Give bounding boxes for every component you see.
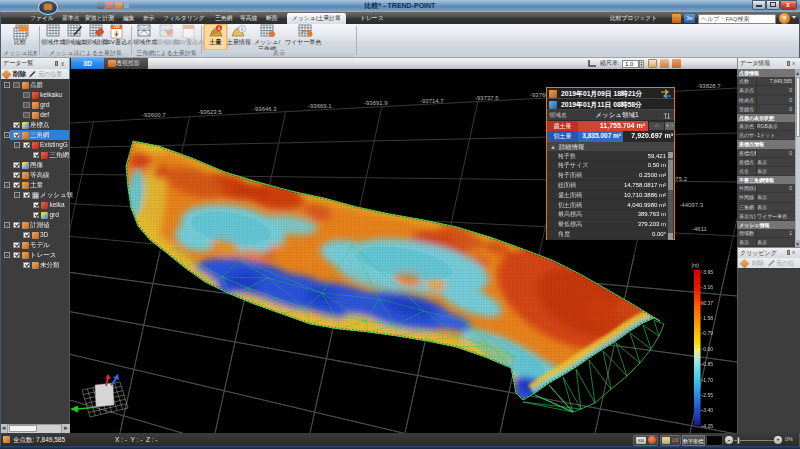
svg-text:1.58: 1.58 (703, 315, 713, 321)
svg-text:3.16: 3.16 (703, 284, 713, 290)
svg-text:-4611: -4611 (692, 226, 708, 232)
svg-text:0.79: 0.79 (703, 330, 713, 336)
svg-text:3.95: 3.95 (703, 269, 713, 275)
svg-text:(m): (m) (692, 262, 700, 268)
svg-text:-2.55: -2.55 (702, 392, 714, 398)
svg-text:2.37: 2.37 (703, 300, 713, 306)
svg-text:-93828.7: -93828.7 (697, 83, 721, 89)
svg-text:-93600.7: -93600.7 (142, 112, 166, 118)
svg-text:CSV: CSV (113, 25, 120, 29)
svg-text:-93669.1: -93669.1 (308, 103, 332, 109)
svg-text:-0.85: -0.85 (702, 361, 714, 367)
svg-text:-44097.3: -44097.3 (679, 202, 703, 208)
svg-text:-93737.5: -93737.5 (475, 95, 499, 101)
svg-text:-3.40: -3.40 (702, 407, 714, 413)
svg-text:-93714.7: -93714.7 (420, 98, 444, 104)
svg-text:-1.70: -1.70 (702, 377, 714, 383)
svg-text:-93623.5: -93623.5 (198, 109, 222, 115)
svg-text:-93691.9: -93691.9 (364, 100, 388, 106)
svg-text:-93646.3: -93646.3 (253, 106, 277, 112)
svg-text:-4.25: -4.25 (702, 423, 714, 429)
svg-text:0.00: 0.00 (703, 346, 713, 352)
